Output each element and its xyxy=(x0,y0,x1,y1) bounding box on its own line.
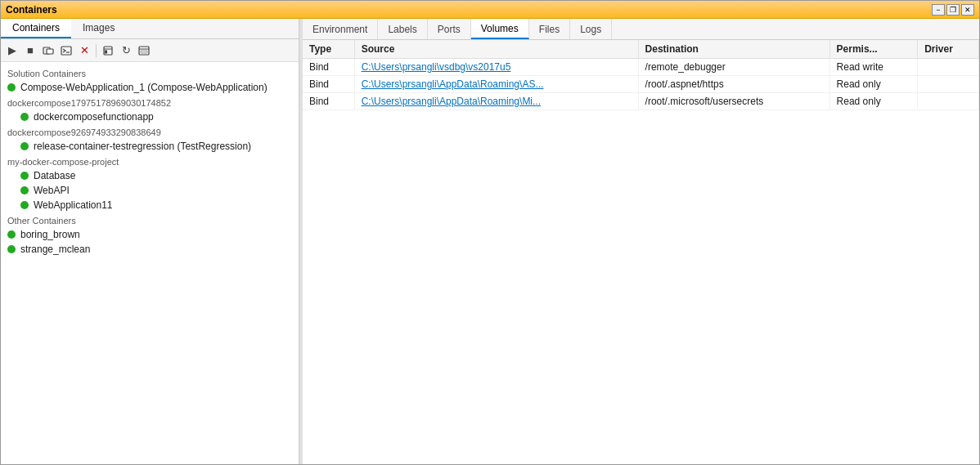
list-item-strange-mclean[interactable]: strange_mclean xyxy=(1,242,299,257)
status-dot xyxy=(7,83,16,92)
detail-tabs: Environment Labels Ports Volumes Files L… xyxy=(303,19,979,40)
sidebar: Containers Images ▶ ■ xyxy=(1,19,299,464)
tab-files[interactable]: Files xyxy=(529,19,570,39)
cell-driver xyxy=(918,93,979,110)
restore-button[interactable]: ❐ xyxy=(946,4,960,16)
group-my-docker-compose: my-docker-compose-project xyxy=(1,154,299,168)
cell-driver xyxy=(918,76,979,93)
col-type: Type xyxy=(303,40,354,59)
table-row[interactable]: Bind C:\Users\prsangli\vsdbg\vs2017u5 /r… xyxy=(303,59,979,76)
tab-environment[interactable]: Environment xyxy=(303,19,378,39)
build-button[interactable] xyxy=(100,42,116,59)
cell-permissions: Read write xyxy=(829,59,918,76)
group-solution-containers: Solution Containers xyxy=(1,65,299,80)
svg-rect-1 xyxy=(47,49,53,54)
cell-type: Bind xyxy=(303,59,354,76)
col-permissions: Permis... xyxy=(829,40,918,59)
window-title: Containers xyxy=(6,4,57,16)
group-dockercompose1: dockercompose17975178969030174852 xyxy=(1,95,299,110)
status-dot xyxy=(7,230,16,239)
close-button[interactable]: ✕ xyxy=(961,4,974,16)
main-window: Containers − ❐ ✕ Containers Images ▶ ■ xyxy=(0,0,980,465)
list-item-boring-brown[interactable]: boring_brown xyxy=(1,227,299,242)
table-row[interactable]: Bind C:\Users\prsangli\AppData\Roaming\M… xyxy=(303,93,979,110)
col-driver: Driver xyxy=(918,40,979,59)
list-item-webapplication11[interactable]: WebApplication11 xyxy=(1,198,299,212)
group-other-containers: Other Containers xyxy=(1,212,299,227)
cell-type: Bind xyxy=(303,93,354,110)
volumes-table: Type Source Destination Permis... Driver… xyxy=(303,40,979,110)
list-item-dockercomposefunctionapp[interactable]: dockercomposefunctionapp xyxy=(1,110,299,124)
status-dot xyxy=(20,142,29,150)
table-row[interactable]: Bind C:\Users\prsangli\AppData\Roaming\A… xyxy=(303,76,979,93)
delete-button[interactable]: ✕ xyxy=(76,42,92,59)
sidebar-content: Solution Containers Compose-WebApplicati… xyxy=(1,62,299,464)
title-bar-controls: − ❐ ✕ xyxy=(932,4,974,16)
more-button[interactable] xyxy=(136,42,152,59)
separator-1 xyxy=(96,44,97,57)
list-item-webapi[interactable]: WebAPI xyxy=(1,183,299,198)
sidebar-toolbar: ▶ ■ ✕ xyxy=(1,39,299,62)
volumes-table-container: Type Source Destination Permis... Driver… xyxy=(303,40,979,464)
group-dockercompose2: dockercompose926974933290838649 xyxy=(1,124,299,139)
col-source: Source xyxy=(354,40,638,59)
table-header-row: Type Source Destination Permis... Driver xyxy=(303,40,979,59)
cell-destination: /root/.microsoft/usersecrets xyxy=(638,93,829,110)
refresh-button[interactable]: ↻ xyxy=(118,42,134,59)
tab-ports[interactable]: Ports xyxy=(428,19,471,39)
cell-source-link[interactable]: C:\Users\prsangli\AppData\Roaming\Mi... xyxy=(354,93,638,110)
status-dot xyxy=(20,113,29,121)
cell-source-link[interactable]: C:\Users\prsangli\AppData\Roaming\AS... xyxy=(354,76,638,93)
list-item-database[interactable]: Database xyxy=(1,168,299,183)
col-destination: Destination xyxy=(638,40,829,59)
tab-containers[interactable]: Containers xyxy=(1,19,71,38)
sidebar-tabs: Containers Images xyxy=(1,19,299,39)
status-dot xyxy=(20,201,29,209)
svg-rect-9 xyxy=(141,51,147,53)
title-bar: Containers − ❐ ✕ xyxy=(1,1,979,19)
main-area: Containers Images ▶ ■ xyxy=(1,19,979,464)
status-dot xyxy=(20,172,29,180)
attach-button[interactable] xyxy=(40,42,56,59)
tab-images[interactable]: Images xyxy=(71,19,126,38)
cell-permissions: Read only xyxy=(829,76,918,93)
list-item-compose-webapplication[interactable]: Compose-WebApplication_1 (Compose-WebApp… xyxy=(1,80,299,95)
cell-destination: /remote_debugger xyxy=(638,59,829,76)
shell-button[interactable] xyxy=(58,42,74,59)
cell-type: Bind xyxy=(303,76,354,93)
minimize-button[interactable]: − xyxy=(932,4,945,16)
cell-driver xyxy=(918,59,979,76)
play-button[interactable]: ▶ xyxy=(4,42,20,59)
tab-volumes[interactable]: Volumes xyxy=(471,19,529,39)
tab-labels[interactable]: Labels xyxy=(378,19,427,39)
cell-source-link[interactable]: C:\Users\prsangli\vsdbg\vs2017u5 xyxy=(354,59,638,76)
list-item-release-container[interactable]: release-container-testregression (TestRe… xyxy=(1,139,299,154)
status-dot xyxy=(20,186,29,194)
svg-rect-6 xyxy=(105,50,107,53)
cell-permissions: Read only xyxy=(829,93,918,110)
tab-logs[interactable]: Logs xyxy=(570,19,612,39)
stop-button[interactable]: ■ xyxy=(22,42,38,59)
right-panel: Environment Labels Ports Volumes Files L… xyxy=(303,19,979,464)
cell-destination: /root/.aspnet/https xyxy=(638,76,829,93)
status-dot xyxy=(7,245,16,253)
